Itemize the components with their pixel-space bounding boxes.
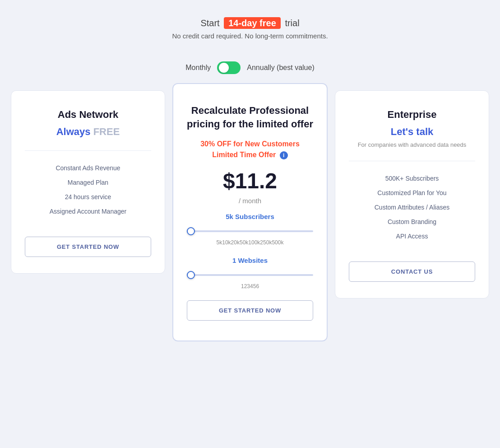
pro-cta-button[interactable]: GET STARTED NOW [187,300,313,321]
trial-text: Start 14-day free trial [172,18,328,28]
trial-prefix: Start [200,18,219,28]
list-item: Customized Plan for You [375,186,450,200]
tick: 2 [244,283,247,289]
list-item: Constant Ads Revenue [50,161,126,175]
list-item: Custom Attributes / Aliases [375,200,450,215]
subscribers-label: 5k Subscribers [226,213,274,220]
ads-cta-button[interactable]: GET STARTED NOW [25,237,151,257]
no-credit-text: No credit card required. No long-term co… [172,32,328,40]
list-item: API Access [375,229,450,243]
list-item: Assigned Account Manager [50,204,126,219]
tick: 5k [217,239,222,246]
price-block: $11.2 [223,168,277,193]
list-item: Managed Plan [50,175,126,190]
free-text: FREE [93,126,120,137]
always-text: Always [56,126,91,137]
ads-network-price: Always FREE [56,126,120,138]
tick: 20k [231,239,240,246]
websites-slider[interactable] [187,274,313,276]
info-icon[interactable]: i [280,151,288,159]
trial-highlight: 14-day free [224,17,281,29]
trial-suffix: trial [285,18,299,28]
subscribers-slider-wrapper [187,226,313,234]
price-period: / month [239,197,261,205]
list-item: Custom Branding [375,215,450,229]
discount-line2: Limited Time Offer i [200,149,300,160]
enterprise-feature-list: 500K+ Subscribers Customized Plan for Yo… [375,171,450,243]
discount-badge: 30% OFF for New Customers Limited Time O… [200,139,300,160]
subscribers-ticks: 5k 10k 20k 50k 100k 250k 500k [217,239,284,246]
tick: 1 [241,283,244,289]
billing-toggle-container: Monthly Annually (best value) [185,61,314,74]
tick: 250k [260,239,272,246]
ads-network-card: Ads Network Always FREE Constant Ads Rev… [11,90,165,274]
plans-container: Ads Network Always FREE Constant Ads Rev… [11,90,489,341]
tick: 500k [272,239,283,246]
websites-slider-wrapper [187,270,313,278]
enterprise-card: Enterprise Let's talk For companies with… [335,90,489,299]
billing-annual-label: Annually (best value) [247,64,314,72]
tick: 5 [253,283,256,289]
websites-ticks: 1 2 3 4 5 6 [241,283,259,289]
ads-network-title: Ads Network [58,109,118,121]
tick: 10k [222,239,231,246]
enterprise-cta-button[interactable]: CONTACT US [349,261,475,282]
list-item: 24 hours service [50,190,126,204]
enterprise-subtitle: For companies with advanced data needs [358,141,467,148]
tick: 100k [248,239,260,246]
tick: 50k [240,239,248,246]
tick: 6 [256,283,259,289]
lets-talk: Let's talk [391,126,434,138]
ads-feature-list: Constant Ads Revenue Managed Plan 24 hou… [50,161,126,219]
subscribers-slider[interactable] [187,230,313,232]
billing-toggle[interactable] [217,61,241,74]
billing-monthly-label: Monthly [185,64,211,72]
discount-line1: 30% OFF for New Customers [200,139,300,149]
enterprise-divider [349,161,475,161]
pro-title: Recalculate Professional pricing for the… [187,104,313,131]
list-item: 500K+ Subscribers [375,171,450,186]
professional-card: Recalculate Professional pricing for the… [172,83,328,341]
ads-divider [25,150,151,151]
price-amount: $11.2 [223,169,277,193]
tick: 4 [250,283,253,289]
page-header: Start 14-day free trial No credit card r… [172,18,328,40]
enterprise-title: Enterprise [388,109,437,121]
tick: 3 [247,283,250,289]
websites-label: 1 Websites [232,257,268,264]
